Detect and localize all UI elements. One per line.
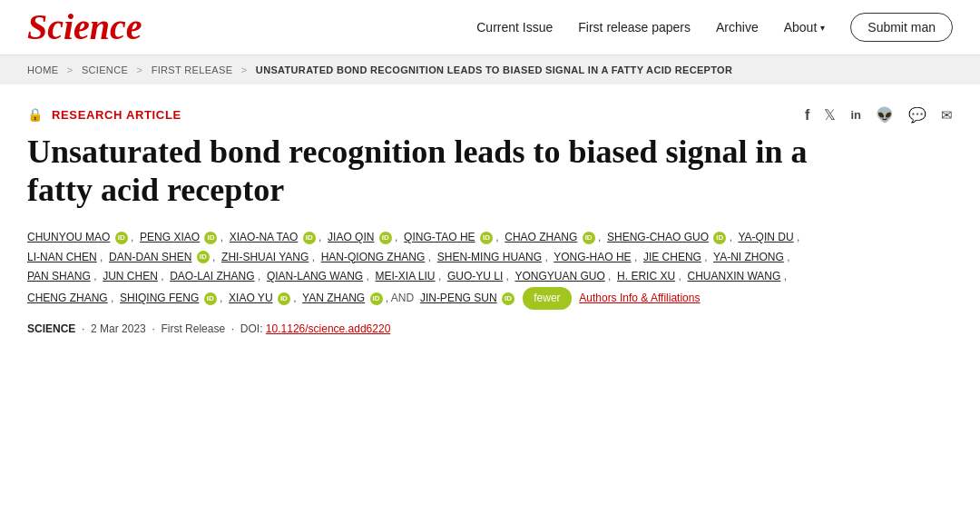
author-jiao-qin[interactable]: JIAO QIN	[328, 231, 374, 243]
author-yan-zhang[interactable]: YAN ZHANG	[302, 292, 365, 304]
breadcrumb-science[interactable]: SCIENCE	[82, 64, 128, 75]
meta-date: 2 Mar 2023	[91, 322, 146, 335]
authors-block: CHUNYOU MAO ID , PENG XIAO ID , XIAO-NA …	[27, 228, 953, 310]
social-icons: f 𝕏 in 👽 💬 ✉	[805, 106, 953, 124]
author-cheng-zhang[interactable]: CHENG ZHANG	[27, 292, 108, 304]
facebook-icon[interactable]: f	[805, 107, 809, 124]
breadcrumb-current: UNSATURATED BOND RECOGNITION LEADS TO BI…	[256, 64, 732, 75]
author-li-nan-chen[interactable]: LI-NAN CHEN	[27, 251, 97, 263]
reddit-icon[interactable]: 👽	[876, 106, 894, 124]
author-chao-zhang[interactable]: CHAO ZHANG	[505, 231, 577, 243]
linkedin-icon[interactable]: in	[850, 108, 861, 122]
nav-archive[interactable]: Archive	[716, 20, 759, 35]
nav-first-release[interactable]: First release papers	[578, 20, 691, 35]
author-shiqing-feng[interactable]: SHIQING FENG	[120, 292, 199, 304]
author-jie-cheng[interactable]: JIE CHENG	[643, 251, 701, 263]
author-qing-tao-he[interactable]: QING-TAO HE	[404, 231, 475, 243]
orcid-jin-peng-sun[interactable]: ID	[502, 292, 514, 305]
author-dan-dan-shen[interactable]: DAN-DAN SHEN	[109, 251, 191, 263]
breadcrumb-home[interactable]: HOME	[27, 64, 58, 75]
author-yongyuan-guo[interactable]: YONGYUAN GUO	[514, 270, 604, 282]
article-type-label: RESEARCH ARTICLE	[52, 108, 181, 122]
wechat-icon[interactable]: 💬	[908, 106, 926, 124]
author-mei-xia-liu[interactable]: MEI-XIA LIU	[376, 270, 436, 282]
author-xiao-na-tao[interactable]: XIAO-NA TAO	[230, 231, 299, 243]
nav-current-issue[interactable]: Current Issue	[476, 20, 553, 35]
article-title: Unsaturated bond recognition leads to bi…	[27, 133, 808, 210]
breadcrumb-sep1: >	[67, 64, 74, 75]
author-chunyou-mao[interactable]: CHUNYOU MAO	[27, 231, 110, 243]
article-type-row: 🔒 RESEARCH ARTICLE f 𝕏 in 👽 💬 ✉	[27, 106, 953, 124]
meta-dot3: ·	[228, 322, 237, 335]
breadcrumb-sep3: >	[241, 64, 248, 75]
author-han-qiong-zhang[interactable]: HAN-QIONG ZHANG	[321, 251, 426, 263]
submit-button[interactable]: Submit man	[850, 13, 953, 42]
author-pan-shang[interactable]: PAN SHANG	[27, 270, 91, 282]
author-sheng-chao-guo[interactable]: SHENG-CHAO GUO	[607, 231, 709, 243]
orcid-chunyou-mao[interactable]: ID	[115, 232, 128, 244]
fewer-button[interactable]: fewer	[523, 287, 571, 311]
author-qian-lang-wang[interactable]: QIAN-LANG WANG	[267, 270, 363, 282]
orcid-xiao-yu[interactable]: ID	[278, 292, 290, 305]
orcid-chao-zhang[interactable]: ID	[583, 232, 595, 244]
author-yong-hao-he[interactable]: YONG-HAO HE	[554, 251, 631, 263]
article-meta: SCIENCE · 2 Mar 2023 · First Release · D…	[27, 322, 953, 335]
breadcrumb-sep2: >	[136, 64, 142, 75]
twitter-icon[interactable]: 𝕏	[824, 106, 836, 124]
article-body: 🔒 RESEARCH ARTICLE f 𝕏 in 👽 💬 ✉ Unsatura…	[0, 84, 980, 353]
article-type-left: 🔒 RESEARCH ARTICLE	[27, 107, 181, 123]
meta-doi[interactable]: 10.1126/science.add6220	[266, 322, 390, 335]
author-chuanxin-wang[interactable]: CHUANXIN WANG	[687, 270, 780, 282]
meta-dot2: ·	[149, 322, 158, 335]
orcid-jiao-qin[interactable]: ID	[379, 232, 392, 244]
header: Science Current Issue First release pape…	[0, 0, 980, 55]
lock-icon: 🔒	[27, 107, 43, 123]
author-peng-xiao[interactable]: PENG XIAO	[140, 231, 200, 243]
meta-dot1: ·	[79, 322, 88, 335]
author-guo-yu-li[interactable]: GUO-YU LI	[447, 270, 503, 282]
nav-about[interactable]: About ▾	[784, 20, 826, 35]
affiliations-link[interactable]: Authors Info & Affiliations	[579, 292, 700, 304]
orcid-xiao-na-tao[interactable]: ID	[303, 232, 316, 244]
author-zhi-shuai-yang[interactable]: ZHI-SHUAI YANG	[221, 251, 309, 263]
meta-journal: SCIENCE	[27, 322, 75, 335]
email-icon[interactable]: ✉	[941, 107, 953, 124]
orcid-shiqing-feng[interactable]: ID	[204, 292, 217, 305]
author-h-eric-xu[interactable]: H. ERIC XU	[617, 270, 675, 282]
orcid-yan-zhang[interactable]: ID	[370, 292, 383, 305]
breadcrumb-first-release[interactable]: FIRST RELEASE	[152, 64, 233, 75]
main-nav: Current Issue First release papers Archi…	[476, 13, 953, 42]
author-jin-peng-sun[interactable]: JIN-PENG SUN	[420, 292, 497, 304]
orcid-peng-xiao[interactable]: ID	[204, 232, 217, 244]
site-logo[interactable]: Science	[27, 9, 142, 45]
orcid-qing-tao-he[interactable]: ID	[480, 232, 493, 244]
meta-doi-label: DOI:	[240, 322, 263, 335]
orcid-sheng-chao-guo[interactable]: ID	[713, 232, 726, 244]
chevron-down-icon: ▾	[820, 23, 825, 33]
author-jun-chen[interactable]: JUN CHEN	[103, 270, 158, 282]
breadcrumb: HOME > SCIENCE > FIRST RELEASE > UNSATUR…	[0, 55, 980, 84]
author-xiao-yu[interactable]: XIAO YU	[229, 292, 272, 304]
author-shen-ming-huang[interactable]: SHEN-MING HUANG	[437, 251, 542, 263]
meta-release: First Release	[161, 322, 225, 335]
author-dao-lai-zhang[interactable]: DAO-LAI ZHANG	[170, 270, 254, 282]
author-ya-qin-du[interactable]: YA-QIN DU	[738, 231, 793, 243]
orcid-dan-dan-shen[interactable]: ID	[197, 251, 210, 263]
author-ya-ni-zhong[interactable]: YA-NI ZHONG	[713, 251, 784, 263]
